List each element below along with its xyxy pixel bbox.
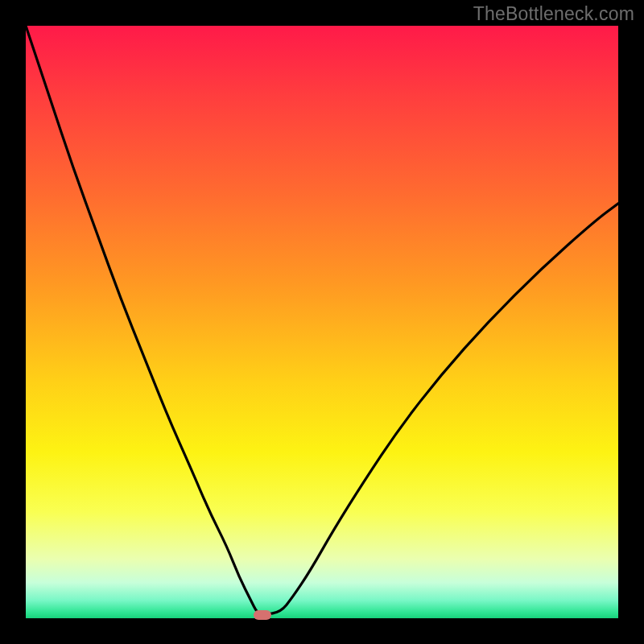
plot-area	[26, 26, 618, 618]
curve-svg	[26, 26, 618, 618]
chart-frame: TheBottleneck.com	[0, 0, 644, 644]
bottleneck-curve	[26, 26, 618, 614]
watermark-text: TheBottleneck.com	[473, 3, 634, 25]
optimum-marker	[254, 610, 271, 620]
